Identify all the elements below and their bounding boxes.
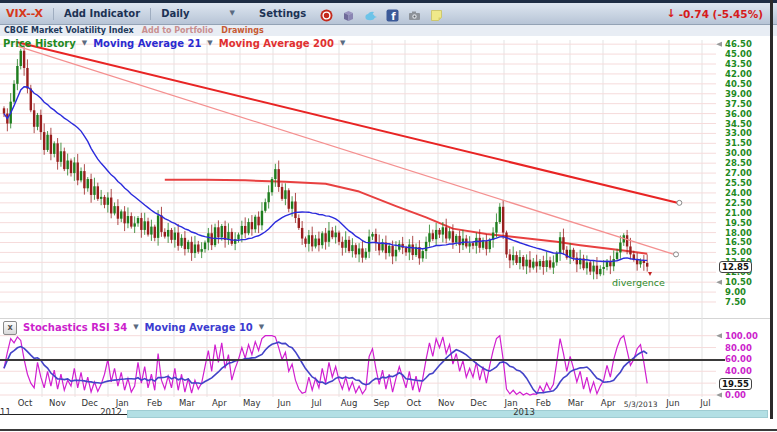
chart-canvas[interactable]	[0, 0, 777, 432]
price-axis-label: 19.50	[725, 218, 752, 228]
price-axis-label: 37.50	[725, 99, 752, 109]
month-label: 5/3/2013	[624, 400, 658, 409]
price-axis-label: 33.00	[725, 128, 752, 138]
month-label: Aug	[341, 398, 358, 408]
price-axis-label: 39.00	[725, 89, 752, 99]
month-label: Feb	[147, 398, 162, 408]
chevron-down-icon[interactable]: ▼	[207, 40, 212, 47]
month-label: Nov	[438, 398, 455, 408]
month-label: Oct	[406, 398, 421, 408]
price-indicator-row: Price History ▼ Moving Average 21 ▼ Movi…	[3, 37, 345, 49]
month-label: Jul	[700, 398, 710, 408]
stoch-value-badge: 19.55	[719, 378, 752, 390]
indicator-ma21[interactable]: Moving Average 21	[93, 38, 201, 49]
stoch-axis-label: 40.00	[725, 366, 752, 376]
month-label: Oct	[18, 398, 33, 408]
divergence-annotation: divergence	[612, 277, 665, 288]
stoch-axis-label: 80.00	[725, 343, 752, 353]
price-axis-label: 42.00	[725, 69, 752, 79]
chevron-down-icon[interactable]: ▼	[340, 40, 345, 47]
price-axis-label: 21.00	[725, 208, 752, 218]
price-axis-label: 45.00	[725, 49, 752, 59]
price-axis-label: 25.50	[725, 178, 752, 188]
month-label: Jul	[311, 398, 321, 408]
price-axis-label: 40.50	[725, 79, 752, 89]
chevron-down-icon[interactable]: ▼	[133, 324, 138, 331]
chevron-down-icon[interactable]: ▼	[259, 324, 264, 331]
indicator-price-history[interactable]: Price History	[3, 38, 76, 49]
price-axis-label: 28.50	[725, 158, 752, 168]
stoch-axis-label: 60.00	[725, 354, 752, 364]
month-label: Dec	[470, 398, 486, 408]
charting-app-window: VIX--X Add Indicator Daily ▼ Settings f	[0, 0, 777, 432]
month-label: Feb	[536, 398, 551, 408]
month-label: Sep	[373, 398, 389, 408]
month-label: Mar	[179, 398, 195, 408]
month-label: Mar	[568, 398, 584, 408]
month-label: Apr	[212, 398, 227, 408]
price-axis-label: 27.00	[725, 168, 752, 178]
stoch-axis-label: 100.00	[725, 331, 758, 341]
indicator-stoch-rsi[interactable]: Stochastics RSI 34	[23, 322, 127, 333]
price-axis-label: 18.00	[725, 228, 752, 238]
month-label: Jun	[666, 398, 679, 408]
price-axis-label: 7.50	[725, 297, 746, 307]
price-axis-label: 30.00	[725, 148, 752, 158]
stoch-axis-label: 0.00	[725, 390, 746, 400]
indicator-ma200[interactable]: Moving Average 200	[219, 38, 334, 49]
close-icon[interactable]: x	[3, 321, 17, 335]
price-axis-label: 10.50	[725, 277, 752, 287]
price-axis-label: 43.50	[725, 59, 752, 69]
price-axis-label: 24.00	[725, 188, 752, 198]
price-axis-label: 34.50	[725, 119, 752, 129]
price-axis-label: 46.50	[725, 39, 752, 49]
stoch-indicator-row: x Stochastics RSI 34 ▼ Moving Average 10…	[3, 321, 264, 334]
price-axis-label: 16.50	[725, 237, 752, 247]
indicator-ma10[interactable]: Moving Average 10	[145, 322, 253, 333]
price-axis-label: 9.00	[725, 287, 746, 297]
year-label: 2013	[513, 407, 535, 417]
chevron-down-icon[interactable]: ▼	[82, 40, 87, 47]
month-label: Apr	[601, 398, 616, 408]
price-axis-label: 15.00	[725, 247, 752, 257]
year-label: 11	[0, 407, 11, 417]
year-label: 2012	[100, 407, 122, 417]
last-price-badge: 12.85	[719, 261, 752, 273]
price-axis-label: 22.50	[725, 198, 752, 208]
month-label: Dec	[82, 398, 98, 408]
price-axis-label: 36.00	[725, 109, 752, 119]
month-label: May	[243, 398, 261, 408]
month-label: Nov	[49, 398, 66, 408]
price-axis-label: 31.50	[725, 138, 752, 148]
month-label: Jun	[278, 398, 291, 408]
